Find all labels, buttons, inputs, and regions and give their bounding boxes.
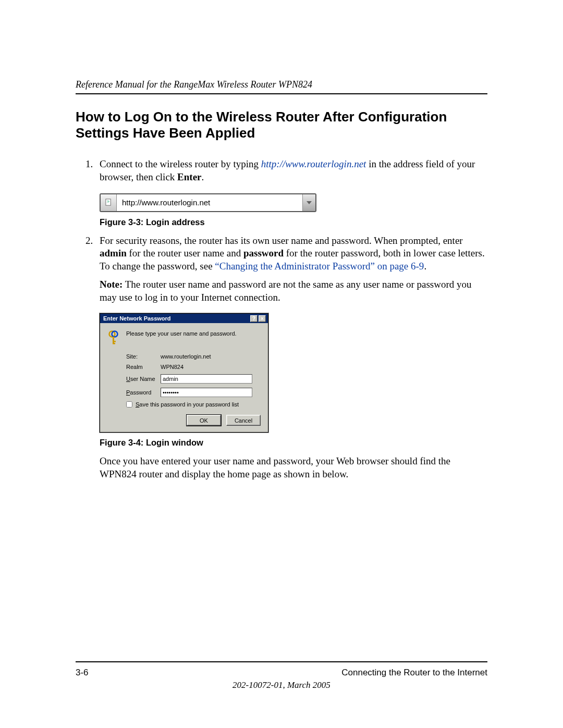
save-password-checkbox[interactable]	[126, 401, 132, 408]
site-value: www.routerlogin.net	[161, 353, 261, 360]
svg-rect-3	[113, 337, 114, 344]
change-password-xref[interactable]: “Changing the Administrator Password” on…	[215, 261, 424, 272]
step-1: Connect to the wireless router by typing…	[95, 158, 487, 183]
svg-rect-5	[113, 343, 115, 344]
address-favicon-cell	[101, 194, 117, 211]
ok-button[interactable]: OK	[187, 415, 221, 426]
realm-label: Realm	[126, 364, 161, 370]
address-bar: http://www.routerlogin.net	[100, 193, 316, 212]
enter-bold: Enter	[177, 171, 201, 182]
address-dropdown-button[interactable]	[302, 194, 315, 211]
password-label: Password	[126, 389, 161, 396]
address-url[interactable]: http://www.routerlogin.net	[117, 194, 302, 211]
key-icon	[107, 330, 121, 347]
running-header: Reference Manual for the RangeMax Wirele…	[76, 79, 487, 94]
password-bold: password	[243, 248, 284, 258]
step-2: For security reasons, the router has its…	[95, 235, 487, 304]
username-input[interactable]	[161, 374, 252, 384]
figure-3-4-caption: Figure 3-4: Login window	[100, 438, 487, 448]
figure-3-3-caption: Figure 3-3: Login address	[100, 217, 487, 227]
section-title: How to Log On to the Wireless Router Aft…	[76, 109, 487, 141]
step-2-text-b: for the router user name and	[127, 248, 243, 258]
dialog-prompt: Please type your user name and password.	[126, 330, 237, 337]
username-label: User Name	[126, 376, 161, 382]
page-icon	[105, 199, 113, 206]
dialog-title: Enter Network Password	[103, 315, 171, 322]
step-2-tail: .	[424, 261, 426, 272]
help-button[interactable]: ?	[250, 315, 258, 322]
note-label: Note:	[100, 279, 123, 290]
svg-rect-4	[113, 341, 116, 342]
post-figure-text: Once you have entered your user name and…	[100, 455, 487, 480]
page-number: 3-6	[76, 668, 89, 678]
figure-3-3: http://www.routerlogin.net	[100, 193, 487, 212]
step-1-text-a: Connect to the wireless router by typing	[100, 158, 261, 169]
chevron-down-icon	[307, 201, 312, 204]
save-password-label: Save this password in your password list	[136, 401, 239, 408]
dialog-titlebar: Enter Network Password ? ×	[100, 314, 268, 323]
cancel-button[interactable]: Cancel	[226, 415, 261, 426]
password-input[interactable]	[161, 388, 252, 397]
close-button[interactable]: ×	[259, 315, 266, 322]
routerlogin-link[interactable]: http://www.routerlogin.net	[261, 158, 366, 169]
step-1-tail: .	[202, 171, 204, 182]
doc-info: 202-10072-01, March 2005	[76, 680, 487, 690]
site-label: Site:	[126, 353, 161, 360]
realm-value: WPN824	[161, 364, 261, 370]
note-text: The router user name and password are no…	[100, 279, 472, 303]
chapter-title: Connecting the Router to the Internet	[341, 668, 487, 678]
step-2-text-a: For security reasons, the router has its…	[100, 235, 463, 246]
figure-3-4: Enter Network Password ? ×	[100, 313, 487, 433]
login-dialog: Enter Network Password ? ×	[100, 313, 268, 433]
admin-bold: admin	[100, 248, 127, 258]
